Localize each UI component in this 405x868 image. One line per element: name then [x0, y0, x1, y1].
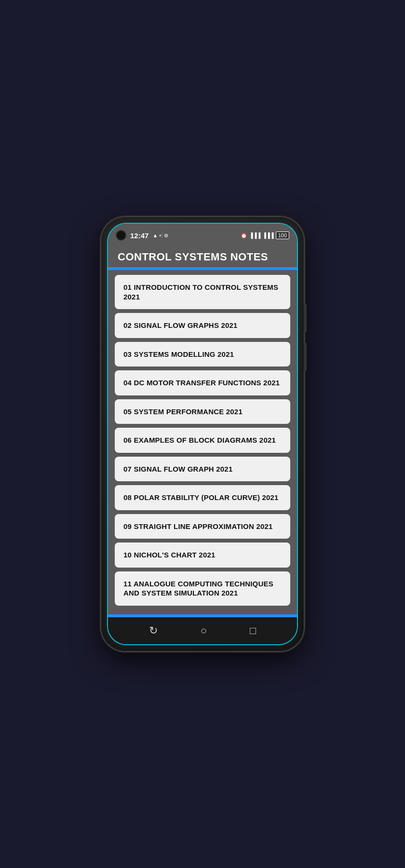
wifi-bars: ▐▐▐	[262, 232, 273, 238]
list-item[interactable]: 08 POLAR STABILITY (POLAR CURVE) 2021	[115, 485, 290, 510]
list-item[interactable]: 03 SYSTEMS MODELLING 2021	[115, 342, 290, 367]
note-label: 06 EXAMPLES OF BLOCK DIAGRAMS 2021	[123, 436, 276, 444]
camera-dot	[116, 230, 126, 241]
note-label: 07 SIGNAL FLOW GRAPH 2021	[123, 465, 232, 473]
status-time: 12:47	[130, 231, 148, 240]
note-label: 09 STRAIGHT LINE APPROXIMATION 2021	[123, 522, 273, 530]
phone-frame: 12:47 ▲ •: ⊛ ⏰ ▐▐▐ ▐▐▐ 100 CONTROL SYSTE…	[101, 217, 304, 651]
note-label: 02 SIGNAL FLOW GRAPHS 2021	[123, 321, 238, 329]
phone-inner: 12:47 ▲ •: ⊛ ⏰ ▐▐▐ ▐▐▐ 100 CONTROL SYSTE…	[107, 223, 298, 645]
list-item[interactable]: 09 STRAIGHT LINE APPROXIMATION 2021	[115, 514, 290, 539]
list-item[interactable]: 06 EXAMPLES OF BLOCK DIAGRAMS 2021	[115, 428, 290, 453]
status-left: 12:47 ▲ •: ⊛	[116, 230, 168, 241]
status-bar: 12:47 ▲ •: ⊛ ⏰ ▐▐▐ ▐▐▐ 100	[108, 224, 297, 245]
signal-bars: ▐▐▐	[249, 232, 260, 238]
note-label: 03 SYSTEMS MODELLING 2021	[123, 350, 234, 358]
app-header: CONTROL SYSTEMS NOTES	[108, 245, 297, 267]
note-label: 05 SYSTEM PERFORMANCE 2021	[123, 407, 243, 416]
list-item[interactable]: 01 INTRODUCTION TO CONTROL SYSTEMS 2021	[115, 275, 290, 309]
list-item[interactable]: 05 SYSTEM PERFORMANCE 2021	[115, 399, 290, 424]
recent-nav-button[interactable]: □	[250, 624, 256, 637]
battery-icon: 100	[276, 231, 289, 239]
note-label: 10 NICHOL'S CHART 2021	[123, 551, 216, 559]
alarm-icon: ⏰	[241, 232, 247, 239]
app-content: CONTROL SYSTEMS NOTES 01 INTRODUCTION TO…	[108, 245, 297, 617]
phone-screen: 12:47 ▲ •: ⊛ ⏰ ▐▐▐ ▐▐▐ 100 CONTROL SYSTE…	[108, 224, 297, 644]
list-item[interactable]: 07 SIGNAL FLOW GRAPH 2021	[115, 457, 290, 482]
list-item[interactable]: 10 NICHOL'S CHART 2021	[115, 542, 290, 568]
app-title: CONTROL SYSTEMS NOTES	[118, 251, 287, 263]
list-item[interactable]: 02 SIGNAL FLOW GRAPHS 2021	[115, 313, 290, 338]
status-right: ⏰ ▐▐▐ ▐▐▐ 100	[241, 231, 289, 239]
back-nav-button[interactable]: ↻	[149, 624, 158, 637]
notes-list: 01 INTRODUCTION TO CONTROL SYSTEMS 20210…	[108, 270, 297, 614]
list-item[interactable]: 04 DC MOTOR TRANSFER FUNCTIONS 2021	[115, 370, 290, 395]
note-label: 11 ANALOGUE COMPUTING TECHNIQUES AND SYS…	[123, 580, 273, 597]
note-label: 04 DC MOTOR TRANSFER FUNCTIONS 2021	[123, 379, 280, 387]
note-label: 01 INTRODUCTION TO CONTROL SYSTEMS 2021	[123, 283, 278, 301]
home-nav-button[interactable]: ○	[201, 624, 207, 637]
note-label: 08 POLAR STABILITY (POLAR CURVE) 2021	[123, 493, 279, 502]
nav-bar: ↻ ○ □	[108, 617, 297, 644]
notification-icons: ▲ •: ⊛	[152, 232, 168, 239]
list-item[interactable]: 11 ANALOGUE COMPUTING TECHNIQUES AND SYS…	[115, 571, 290, 606]
